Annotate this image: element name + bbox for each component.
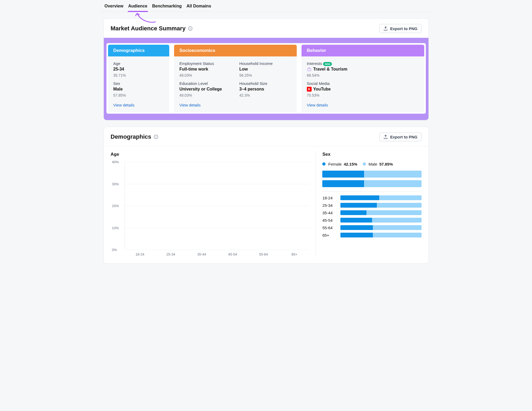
stat-value: Male	[113, 87, 164, 92]
bucket-label: 35-44	[322, 211, 337, 215]
age-chart-panel: Age 0%10%20%30%40% 18-2425-3435-4445-545…	[111, 152, 316, 256]
bucket-bar[interactable]	[340, 210, 421, 215]
stat-pct: 68.54%	[307, 73, 419, 77]
bucket-label: 45-54	[322, 218, 337, 223]
sex-bucket-row: 55-64	[322, 225, 421, 230]
bucket-label: 65+	[322, 233, 337, 237]
x-tick-label: 18-24	[125, 250, 155, 256]
stat-value: 25-34	[113, 67, 164, 72]
export-button[interactable]: Export to PNG	[379, 132, 422, 141]
stat-label: Sex	[113, 81, 164, 86]
stat-value: Travel & Tourism	[307, 67, 419, 72]
stat-pct: 70.53%	[307, 93, 419, 97]
card-header: Demographics	[108, 45, 169, 56]
sex-total-bars	[322, 171, 421, 187]
demographics-section: Demographics i Export to PNG Age 0%10%20…	[104, 127, 429, 264]
card-socioeconomics: Socioeconomics Employment Status Full-ti…	[174, 45, 297, 112]
stat-value: University or College	[179, 87, 231, 92]
panel-title: Sex	[322, 152, 421, 157]
export-button[interactable]: Export to PNG	[379, 24, 422, 33]
tab-audience[interactable]: Audience	[128, 4, 147, 12]
tab-overview[interactable]: Overview	[105, 4, 123, 12]
card-demographics: Demographics Age 25-34 35.71% Sex Male 5…	[108, 45, 169, 112]
sex-bucket-bars: 18-2425-3435-4445-5455-6465+	[322, 195, 421, 237]
stat-pct: 35.71%	[113, 73, 164, 77]
y-tick-label: 20%	[112, 204, 119, 208]
stat-value: Full-time work	[179, 67, 231, 72]
stat-pct: 42.3%	[239, 93, 291, 97]
stat-label: Social Media	[307, 81, 419, 86]
dot-icon	[322, 162, 325, 166]
svg-rect-0	[308, 68, 311, 71]
stat-pct: 57.85%	[113, 93, 164, 97]
sex-bucket-row: 25-34	[322, 203, 421, 208]
y-tick-label: 0%	[112, 248, 117, 252]
stat-pct: 49.03%	[179, 73, 231, 77]
y-tick-label: 10%	[112, 226, 119, 230]
stat-pct: 49.03%	[179, 93, 231, 97]
section-title: Demographics i	[111, 133, 158, 140]
age-bar-chart: 0%10%20%30%40%	[125, 162, 310, 250]
youtube-icon	[307, 87, 312, 92]
age-x-labels: 18-2425-3435-4445-5455-6465+	[125, 250, 310, 256]
bucket-label: 55-64	[322, 225, 337, 230]
view-details-link[interactable]: View details	[113, 103, 164, 107]
upload-icon	[383, 26, 388, 31]
y-tick-label: 30%	[112, 182, 119, 186]
top-tabs: Overview Audience Benchmarking All Domai…	[100, 0, 432, 12]
card-header: Behavior	[302, 45, 424, 56]
card-header: Socioeconomics	[174, 45, 297, 56]
x-tick-label: 35-44	[186, 250, 217, 256]
section-title: Market Audience Summary i	[111, 25, 193, 32]
y-tick-label: 40%	[112, 160, 119, 164]
stat-label: Household Size	[239, 81, 291, 86]
x-tick-label: 55-64	[248, 250, 279, 256]
x-tick-label: 45-54	[217, 250, 248, 256]
stat-label: Interests new	[307, 61, 419, 66]
sex-bucket-row: 65+	[322, 233, 421, 237]
divider	[322, 191, 421, 192]
sex-bucket-row: 35-44	[322, 210, 421, 215]
info-icon[interactable]: i	[188, 26, 192, 31]
sex-bucket-row: 18-24	[322, 195, 421, 200]
sex-total-bar[interactable]	[322, 171, 421, 178]
bucket-bar[interactable]	[340, 218, 421, 223]
bucket-label: 25-34	[322, 203, 337, 208]
suitcase-icon	[307, 67, 312, 72]
market-audience-summary-section: Market Audience Summary i Export to PNG …	[104, 18, 429, 120]
bucket-bar[interactable]	[340, 203, 421, 208]
new-badge: new	[323, 62, 332, 66]
sex-bucket-row: 45-54	[322, 218, 421, 223]
stat-value: Low	[239, 67, 291, 72]
info-icon[interactable]: i	[154, 135, 158, 139]
tab-benchmarking[interactable]: Benchmarking	[152, 4, 182, 12]
sex-total-bar[interactable]	[322, 180, 421, 187]
panel-title: Age	[111, 152, 310, 157]
tab-all-domains[interactable]: All Domains	[187, 4, 211, 12]
bucket-label: 18-24	[322, 196, 337, 200]
view-details-link[interactable]: View details	[307, 103, 419, 107]
bucket-bar[interactable]	[340, 195, 421, 200]
upload-icon	[383, 134, 388, 139]
dot-icon	[363, 162, 366, 166]
sex-legend: Female 42.15% Male 57.85%	[322, 162, 421, 166]
view-details-link[interactable]: View details	[179, 103, 291, 107]
card-behavior: Behavior Interests new Travel & Tourism	[302, 45, 424, 112]
x-tick-label: 25-34	[155, 250, 186, 256]
stat-label: Age	[113, 61, 164, 66]
bucket-bar[interactable]	[340, 233, 421, 237]
bucket-bar[interactable]	[340, 225, 421, 230]
stat-pct: 56.25%	[239, 73, 291, 77]
x-tick-label: 65+	[279, 250, 310, 256]
stat-value: 3–4 persons	[239, 87, 291, 92]
sex-panel: Sex Female 42.15% Male 57.85% 18-2425-34…	[316, 152, 421, 256]
stat-label: Education Level	[179, 81, 231, 86]
stat-label: Employment Status	[179, 61, 231, 66]
summary-highlight: Demographics Age 25-34 35.71% Sex Male 5…	[104, 38, 428, 120]
stat-value: YouTube	[307, 87, 419, 92]
stat-label: Household Income	[239, 61, 291, 66]
